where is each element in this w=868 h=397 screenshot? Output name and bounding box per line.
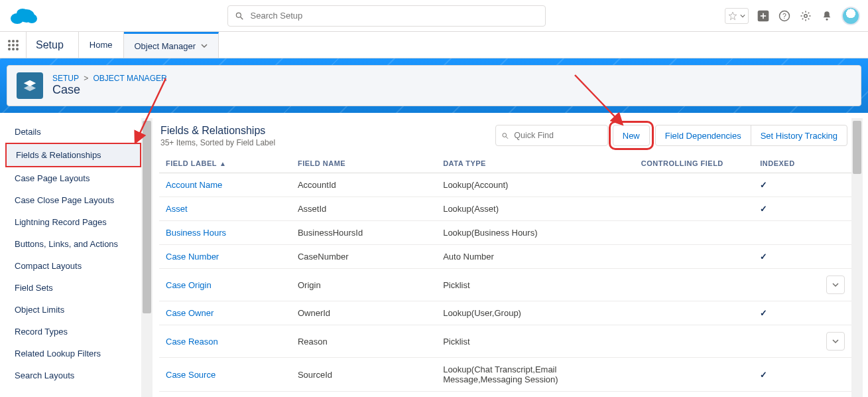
col-data-type[interactable]: DATA TYPE [436, 154, 635, 173]
col-actions [820, 154, 851, 173]
help-button[interactable]: ? [778, 9, 791, 23]
sidebar-item[interactable]: Lightning Record Pages [5, 211, 141, 233]
setup-gear-button[interactable] [799, 9, 812, 23]
table-row: Account NameAccountIdLookup(Account)✓ [159, 173, 851, 197]
chevron-down-icon [740, 13, 745, 19]
body: DetailsFields & RelationshipsCase Page L… [0, 113, 868, 397]
table-header-row: FIELD LABEL▲ FIELD NAME DATA TYPE CONTRO… [159, 154, 851, 173]
field-data-type: Picklist [436, 269, 635, 301]
global-header: ? [0, 0, 868, 32]
row-actions-cell [820, 358, 851, 392]
field-label-link[interactable]: Case Number [159, 245, 291, 269]
sidebar-item[interactable]: Details [5, 121, 141, 143]
svg-point-14 [8, 40, 11, 42]
breadcrumb-setup[interactable]: SETUP [52, 74, 79, 83]
sidebar-item[interactable]: Related Lookup Filters [5, 343, 141, 364]
field-name: Origin [291, 269, 436, 301]
col-field-name[interactable]: FIELD NAME [291, 154, 436, 173]
field-label-link[interactable]: Case Reason [159, 325, 291, 358]
global-search-input[interactable] [249, 10, 538, 21]
bell-icon [821, 10, 833, 22]
field-label-link[interactable]: Case Origin [159, 269, 291, 301]
scrollbar-thumb[interactable] [143, 121, 151, 313]
sidebar-item[interactable]: Case Page Layouts [5, 167, 141, 189]
col-indexed[interactable]: INDEXED [753, 154, 820, 173]
new-button[interactable]: New [613, 125, 650, 146]
sidebar-scrollbar[interactable] [141, 118, 153, 397]
sidebar-item[interactable]: Search Layouts [5, 364, 141, 386]
field-label-link[interactable]: Closed When Created [159, 392, 291, 398]
svg-point-12 [804, 14, 808, 17]
field-name: CaseNumber [291, 245, 436, 269]
breadcrumb-sep: > [84, 74, 88, 83]
svg-point-19 [16, 44, 19, 46]
col-field-label[interactable]: FIELD LABEL▲ [159, 154, 291, 173]
table-row: Case OwnerOwnerIdLookup(User,Group)✓ [159, 301, 851, 325]
svg-point-22 [16, 48, 19, 50]
field-label-link[interactable]: Case Source [159, 358, 291, 392]
svg-text:?: ? [782, 11, 786, 19]
page-scrollbar[interactable] [851, 118, 863, 397]
field-controlling [635, 325, 753, 358]
sidebar-item[interactable]: Compact Layouts [5, 255, 141, 277]
check-icon: ✓ [760, 308, 767, 318]
global-search[interactable] [227, 5, 546, 27]
salesforce-logo[interactable] [8, 5, 48, 27]
sort-asc-icon: ▲ [219, 160, 226, 167]
field-dependencies-button[interactable]: Field Dependencies [655, 125, 751, 146]
col-controlling-field[interactable]: CONTROLLING FIELD [635, 154, 753, 173]
gear-icon [800, 10, 812, 22]
field-label-link[interactable]: Case Owner [159, 301, 291, 325]
quick-find-input[interactable] [513, 130, 602, 141]
field-controlling [635, 358, 753, 392]
tab-home[interactable]: Home [79, 32, 124, 58]
field-name: IsClosedOnCreate [291, 392, 436, 398]
set-history-tracking-button[interactable]: Set History Tracking [751, 125, 847, 146]
search-icon [235, 11, 244, 21]
field-label-link[interactable]: Business Hours [159, 221, 291, 245]
tab-object-manager[interactable]: Object Manager [124, 32, 219, 58]
table-row: AssetAssetIdLookup(Asset)✓ [159, 197, 851, 221]
sidebar-item[interactable]: Record Types [5, 321, 141, 343]
field-indexed [753, 392, 820, 398]
notifications-button[interactable] [820, 9, 834, 23]
sidebar-item[interactable]: Object Limits [5, 299, 141, 321]
main-header: Fields & Relationships 35+ Items, Sorted… [159, 122, 851, 154]
field-controlling [635, 269, 753, 301]
scrollbar-thumb[interactable] [853, 121, 861, 174]
question-icon: ? [778, 10, 790, 22]
favorites-button[interactable] [725, 8, 749, 24]
section-actions: New Field Dependencies Set History Track… [495, 125, 847, 146]
field-indexed [753, 221, 820, 245]
global-add-button[interactable] [757, 9, 770, 23]
table-row: Business HoursBusinessHoursIdLookup(Busi… [159, 221, 851, 245]
field-label-link[interactable]: Asset [159, 197, 291, 221]
svg-point-16 [16, 40, 19, 42]
app-launcher[interactable] [0, 32, 27, 58]
row-menu-button[interactable] [826, 332, 845, 351]
svg-line-5 [240, 17, 243, 19]
user-avatar[interactable] [841, 7, 860, 25]
cloud-icon [8, 5, 38, 27]
breadcrumb-object-manager[interactable]: OBJECT MANAGER [93, 74, 167, 83]
waffle-icon [7, 39, 19, 51]
sidebar-item[interactable]: Case Close Page Layouts [5, 189, 141, 211]
field-label-link[interactable]: Account Name [159, 173, 291, 197]
sidebar-item[interactable]: Field Sets [5, 277, 141, 299]
sidebar-item[interactable]: Buttons, Links, and Actions [5, 233, 141, 255]
tab-label: Object Manager [135, 41, 196, 51]
svg-point-4 [236, 13, 241, 17]
check-icon: ✓ [760, 252, 767, 262]
svg-point-3 [17, 9, 29, 18]
quick-find[interactable] [495, 125, 608, 146]
tab-label: Home [90, 40, 113, 50]
row-actions-cell [820, 197, 851, 221]
layers-icon [23, 78, 37, 93]
field-indexed: ✓ [753, 245, 820, 269]
field-controlling [635, 392, 753, 398]
sidebar-item[interactable]: Fields & Relationships [5, 143, 141, 167]
field-controlling [635, 221, 753, 245]
field-name: Reason [291, 325, 436, 358]
field-controlling [635, 245, 753, 269]
row-menu-button[interactable] [826, 276, 845, 294]
